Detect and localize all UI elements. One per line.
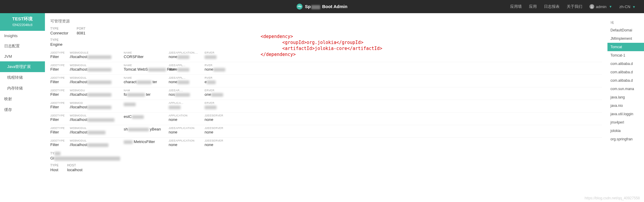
domain-item-5[interactable]: com.alibaba.d bbox=[607, 68, 644, 76]
domain-item-6[interactable]: com.alibaba.d bbox=[607, 76, 644, 85]
nav-logs[interactable]: 日志报表 bbox=[544, 4, 560, 9]
host-val: localhost bbox=[67, 168, 82, 172]
table-row[interactable]: J2EETYPEFilterWEBMOD//localhostAPPLICA..… bbox=[50, 100, 602, 112]
env-title: TEST环境 bbox=[1, 16, 44, 22]
main-content: 可管理资源 TYPE Connector PORT 8081 TYPE Engi… bbox=[45, 13, 607, 178]
domain-item-9[interactable]: java.nio bbox=[607, 101, 644, 110]
connector-type: Connector bbox=[50, 31, 68, 35]
table-row[interactable]: J2EETYPEFilterWEBMODUL//localhostNAMETom… bbox=[50, 62, 602, 75]
sidebar-item-1[interactable]: 日志配置 bbox=[0, 41, 45, 51]
sidebar-item-4[interactable]: 线程转储 bbox=[0, 72, 45, 83]
sidebar-item-2[interactable]: JVM bbox=[0, 51, 45, 61]
domain-item-4[interactable]: com.alibaba.d bbox=[607, 60, 644, 68]
host-row: TYPE Host HOST localhost bbox=[50, 164, 602, 172]
nav-about[interactable]: 关于我们 bbox=[567, 4, 582, 9]
domain-sidebar: 域 DefaultDomaiJMImplementTomcatTomcat-1c… bbox=[607, 13, 644, 178]
brand: Sp Boot Admin bbox=[297, 4, 347, 10]
domain-item-13[interactable]: org.springfran bbox=[607, 135, 644, 143]
engine-type: Engine bbox=[50, 42, 62, 47]
domain-item-2[interactable]: Tomcat bbox=[607, 43, 644, 51]
sidebar-item-0[interactable]: Insights bbox=[0, 31, 45, 41]
domain-item-10[interactable]: java.util.loggin bbox=[607, 110, 644, 118]
table-row[interactable]: J2EETYPEFilterWEBMODUL//localhostNAMEcha… bbox=[50, 75, 602, 87]
domain-item-3[interactable]: Tomcat-1 bbox=[607, 51, 644, 60]
brand-icon bbox=[297, 4, 303, 10]
domain-header: 域 bbox=[607, 19, 644, 26]
domain-item-8[interactable]: java.lang bbox=[607, 93, 644, 101]
domain-item-7[interactable]: com.sun.mana bbox=[607, 85, 644, 93]
section-title: 可管理资源 bbox=[50, 19, 602, 24]
sidebar-item-6[interactable]: 映射 bbox=[0, 94, 45, 104]
mbean-table: J2EETYPEFilterWEBMODULE//localhostNAMECO… bbox=[50, 50, 602, 150]
topbar: Sp Boot Admin 应用墙 应用 日志报表 关于我们 admin ▼ z… bbox=[0, 0, 644, 13]
env-id: f2f4222048c8 bbox=[1, 23, 44, 27]
xml-overlay: <dependency> <groupId>org.jolokia</group… bbox=[261, 34, 382, 57]
host-type: Host bbox=[50, 168, 59, 172]
table-row[interactable]: J2EETYPEFilterWEBMODUL//localhost Metric… bbox=[50, 137, 602, 150]
chevron-down-icon: ▼ bbox=[609, 5, 612, 8]
svg-point-0 bbox=[592, 6, 592, 7]
domain-item-0[interactable]: DefaultDomai bbox=[607, 26, 644, 34]
nav-apps-wall[interactable]: 应用墙 bbox=[510, 4, 522, 9]
table-row[interactable]: J2EETYPEFilterWEBMODU//localhostNAMfo te… bbox=[50, 87, 602, 100]
sidebar-item-7[interactable]: 缓存 bbox=[0, 104, 45, 115]
connector-port: 8081 bbox=[77, 31, 86, 35]
brand-title: Sp Boot Admin bbox=[305, 4, 347, 9]
sidebar: TEST环境 f2f4222048c8 Insights日志配置JVMJava管… bbox=[0, 13, 45, 178]
domain-item-12[interactable]: jolokia bbox=[607, 127, 644, 135]
table-row[interactable]: J2EETYPEFilterWEBMODUL//localhostestCAPP… bbox=[50, 112, 602, 125]
user-icon bbox=[589, 4, 594, 9]
sidebar-item-5[interactable]: 内存转储 bbox=[0, 83, 45, 94]
chevron-down-icon: ▼ bbox=[632, 5, 636, 9]
locale-selector[interactable]: zh-CN ▼ bbox=[619, 4, 636, 9]
domain-item-1[interactable]: JMImplement bbox=[607, 34, 644, 43]
domain-item-11[interactable]: jmx4perl bbox=[607, 118, 644, 127]
env-box[interactable]: TEST环境 f2f4222048c8 bbox=[0, 13, 45, 31]
nav-right: 应用墙 应用 日志报表 关于我们 admin ▼ zh-CN ▼ bbox=[510, 4, 644, 9]
sidebar-item-3[interactable]: Java管理扩展 bbox=[0, 61, 45, 72]
gl-row: TY Gl bbox=[50, 152, 602, 161]
table-row[interactable]: J2EETYPEFilterWEBMODUL//localhostsh yBea… bbox=[50, 125, 602, 137]
nav-apps[interactable]: 应用 bbox=[529, 4, 537, 9]
nav-user[interactable]: admin ▼ bbox=[589, 4, 612, 9]
